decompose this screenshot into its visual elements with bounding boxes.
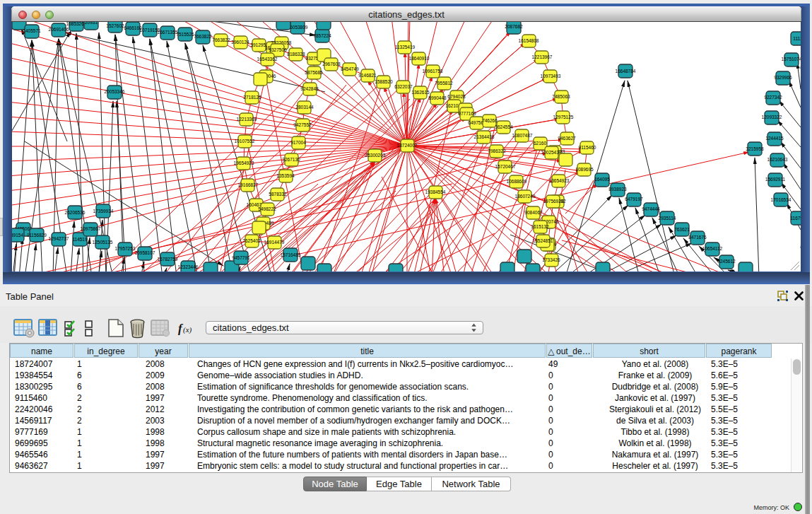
svg-text:12213967: 12213967	[532, 54, 553, 59]
svg-text:9227342: 9227342	[764, 95, 782, 100]
svg-text:17016534: 17016534	[771, 197, 792, 202]
svg-text:9245612: 9245612	[717, 259, 736, 264]
svg-text:20053346: 20053346	[105, 89, 125, 94]
svg-text:10961758: 10961758	[423, 69, 443, 74]
svg-text:16914479: 16914479	[264, 240, 285, 245]
svg-text:1244415: 1244415	[765, 136, 784, 141]
svg-text:12505135: 12505135	[93, 240, 113, 245]
svg-text:5875685: 5875685	[305, 70, 323, 75]
svg-text:116753: 116753	[790, 216, 801, 221]
svg-text:3624554: 3624554	[495, 124, 513, 129]
svg-text:20691406: 20691406	[49, 27, 69, 32]
svg-text:19654923: 19654923	[234, 160, 254, 165]
svg-text:1089695: 1089695	[575, 167, 594, 172]
svg-text:19384554: 19384554	[425, 189, 446, 194]
svg-text:18640910: 18640910	[409, 56, 430, 61]
svg-text:9084067: 9084067	[524, 210, 543, 215]
svg-text:17957253: 17957253	[115, 246, 136, 251]
svg-text:16543362: 16543362	[257, 57, 278, 62]
svg-text:15692911: 15692911	[765, 177, 786, 182]
svg-text:6794028: 6794028	[447, 94, 466, 99]
svg-text:1527602: 1527602	[106, 23, 124, 28]
svg-text:1405571: 1405571	[23, 28, 41, 33]
svg-text:7955812: 7955812	[435, 81, 453, 86]
svg-text:21364436: 21364436	[474, 134, 495, 139]
svg-text:62160: 62160	[534, 141, 546, 146]
svg-text:20931: 20931	[85, 22, 98, 25]
svg-text:16210643: 16210643	[767, 157, 788, 162]
svg-text:19166827: 19166827	[238, 182, 259, 187]
svg-text:8454749: 8454749	[341, 66, 359, 71]
svg-text:18724007: 18724007	[397, 143, 418, 148]
svg-text:1112: 1112	[793, 36, 801, 41]
svg-text:9777169: 9777169	[458, 111, 476, 116]
svg-text:15720407: 15720407	[495, 164, 516, 169]
svg-text:10654112: 10654112	[702, 246, 723, 251]
svg-text:11325419: 11325419	[395, 45, 416, 49]
svg-text:1362615: 1362615	[411, 90, 430, 95]
svg-text:16154808: 16154808	[519, 38, 539, 43]
svg-text:9474444: 9474444	[642, 206, 660, 211]
svg-text:9427552: 9427552	[293, 122, 312, 127]
svg-text:39154: 39154	[12, 233, 23, 238]
svg-text:763621: 763621	[674, 227, 690, 232]
svg-text:17359934: 17359934	[93, 209, 114, 214]
svg-text:15716485: 15716485	[281, 252, 301, 257]
svg-text:7663822: 7663822	[212, 37, 230, 42]
svg-text:2718126: 2718126	[243, 95, 261, 100]
svg-text:10958107: 10958107	[135, 250, 155, 255]
svg-text:18607249: 18607249	[515, 194, 536, 199]
svg-text:11156829: 11156829	[27, 233, 47, 238]
svg-text:15751074: 15751074	[782, 57, 801, 62]
svg-text:26206536: 26206536	[65, 210, 86, 215]
svg-text:1733426: 1733426	[542, 257, 560, 262]
svg-text:8471676: 8471676	[688, 235, 707, 240]
svg-text:9327500: 9327500	[269, 47, 287, 52]
svg-text:5498222: 5498222	[258, 206, 276, 211]
svg-text:7663822: 7663822	[194, 34, 212, 39]
svg-text:9242848: 9242848	[300, 86, 319, 91]
svg-text:13524851: 13524851	[533, 238, 553, 243]
svg-text:8938923: 8938923	[608, 187, 627, 192]
svg-text:25300203: 25300203	[365, 153, 386, 158]
svg-text:9457791: 9457791	[232, 255, 250, 260]
svg-text:10807487: 10807487	[512, 133, 533, 138]
svg-text:1588520: 1588520	[375, 79, 393, 84]
svg-text:7485063: 7485063	[552, 94, 570, 99]
svg-text:12213369: 12213369	[237, 117, 257, 122]
svg-text:16671355: 16671355	[158, 30, 178, 35]
svg-text:12323446: 12323446	[178, 264, 199, 269]
svg-text:2803144: 2803144	[295, 105, 314, 110]
svg-text:12093322: 12093322	[762, 115, 782, 119]
svg-text:10107552: 10107552	[235, 139, 255, 144]
svg-text:3215958: 3215958	[746, 146, 764, 151]
svg-text:746266: 746266	[482, 118, 498, 123]
svg-text:16648784: 16648784	[616, 69, 636, 74]
svg-text:3960124: 3960124	[231, 40, 249, 45]
svg-text:10025433: 10025433	[541, 150, 562, 155]
svg-text:13654923: 13654923	[549, 178, 570, 183]
svg-text:10975867: 10975867	[81, 226, 101, 231]
svg-text:5878332: 5878332	[269, 192, 287, 197]
svg-text:3267130: 3267130	[282, 157, 300, 162]
svg-text:2087682: 2087682	[505, 24, 523, 29]
svg-text:12975125: 12975125	[553, 115, 574, 119]
svg-text:19756928: 19756928	[543, 199, 564, 204]
svg-text:164095: 164095	[594, 177, 610, 182]
svg-text:(x): (x)	[183, 325, 192, 334]
svg-text:6479197: 6479197	[625, 197, 643, 201]
svg-text:8990448: 8990448	[428, 95, 447, 100]
svg-text:7625402: 7625402	[242, 238, 261, 243]
svg-text:917004: 917004	[290, 140, 306, 145]
svg-text:9146821: 9146821	[358, 73, 377, 78]
svg-text:9115460: 9115460	[579, 145, 596, 150]
svg-text:16782759: 16782759	[158, 257, 178, 262]
svg-text:7986322: 7986322	[488, 148, 506, 153]
svg-text:8186328: 8186328	[287, 52, 305, 57]
svg-text:7857224: 7857224	[313, 33, 331, 38]
svg-text:12942737: 12942737	[49, 236, 69, 241]
svg-text:10973493: 10973493	[541, 74, 561, 78]
svg-text:1615132: 1615132	[531, 224, 549, 229]
svg-text:10688609: 10688609	[507, 179, 527, 184]
svg-text:6322037: 6322037	[394, 84, 413, 89]
